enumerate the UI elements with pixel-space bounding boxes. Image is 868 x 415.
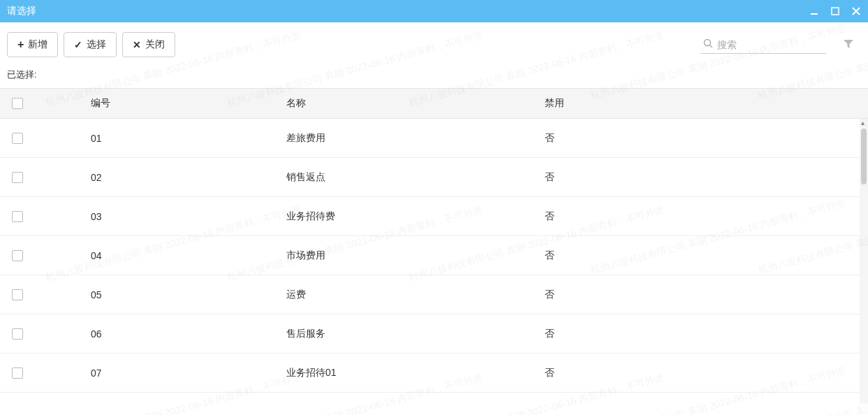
svg-point-4 <box>705 40 711 46</box>
row-checkbox-cell <box>0 250 35 261</box>
row-checkbox[interactable] <box>12 367 23 379</box>
row-name: 差旅费用 <box>286 132 545 145</box>
row-disabled: 否 <box>545 210 868 223</box>
row-code: 01 <box>35 133 286 144</box>
close-button-label: 关闭 <box>145 38 165 51</box>
row-name: 售后服务 <box>286 328 545 340</box>
row-name: 销售返点 <box>286 171 545 184</box>
check-icon <box>74 39 82 50</box>
row-code: 07 <box>35 367 286 379</box>
row-disabled: 否 <box>545 132 868 145</box>
scroll-up-icon[interactable]: ▴ <box>861 119 865 126</box>
table-row[interactable]: 06 售后服务 否 <box>0 314 868 354</box>
add-button-label: 新增 <box>28 38 47 51</box>
plus-icon <box>17 38 24 51</box>
scrollbar[interactable]: ▴ <box>860 119 868 404</box>
row-disabled: 否 <box>545 367 868 379</box>
table-row[interactable]: 02 销售返点 否 <box>0 158 868 197</box>
row-checkbox-cell <box>0 367 35 379</box>
close-icon <box>133 39 141 50</box>
row-code: 02 <box>35 172 286 183</box>
scrollbar-thumb[interactable] <box>861 129 867 184</box>
row-checkbox[interactable] <box>12 328 23 340</box>
row-checkbox[interactable] <box>12 133 23 144</box>
row-checkbox-cell <box>0 328 35 340</box>
table: 编号 名称 禁用 01 差旅费用 否 02 销售返点 否 03 业务招待费 否 … <box>0 88 868 404</box>
row-code: 03 <box>35 211 286 222</box>
select-button-label: 选择 <box>87 38 106 51</box>
svg-rect-1 <box>832 8 839 15</box>
maximize-icon[interactable] <box>830 6 840 16</box>
search-box[interactable] <box>700 36 826 54</box>
header-code: 编号 <box>35 97 286 110</box>
row-checkbox[interactable] <box>12 172 23 183</box>
row-code: 06 <box>35 328 286 340</box>
close-window-icon[interactable] <box>851 6 861 16</box>
header-checkbox-cell <box>0 98 35 109</box>
row-disabled: 否 <box>545 289 868 301</box>
selected-label: 已选择: <box>0 63 868 88</box>
row-disabled: 否 <box>545 171 868 184</box>
row-checkbox-cell <box>0 289 35 300</box>
row-checkbox[interactable] <box>12 250 23 261</box>
select-all-checkbox[interactable] <box>12 98 23 109</box>
header-name: 名称 <box>286 97 545 110</box>
toolbar: 新增 选择 关闭 <box>0 22 868 63</box>
minimize-icon[interactable] <box>809 6 819 16</box>
row-name: 业务招待费 <box>286 210 545 223</box>
search-input[interactable] <box>717 39 823 50</box>
row-checkbox-cell <box>0 211 35 222</box>
svg-line-5 <box>710 45 713 48</box>
add-button[interactable]: 新增 <box>7 32 58 57</box>
select-button[interactable]: 选择 <box>64 32 117 57</box>
table-row[interactable]: 01 差旅费用 否 <box>0 119 868 158</box>
search-icon <box>703 38 713 50</box>
table-row[interactable]: 07 业务招待01 否 <box>0 354 868 393</box>
window-title: 请选择 <box>7 5 36 17</box>
table-row[interactable]: 05 运费 否 <box>0 275 868 314</box>
title-bar: 请选择 <box>0 0 868 22</box>
row-name: 运费 <box>286 289 545 301</box>
filter-icon[interactable] <box>843 38 854 52</box>
row-code: 05 <box>35 289 286 300</box>
row-name: 业务招待01 <box>286 367 545 379</box>
row-disabled: 否 <box>545 249 868 262</box>
header-disabled: 禁用 <box>545 97 868 110</box>
close-button[interactable]: 关闭 <box>122 32 175 57</box>
table-body: 01 差旅费用 否 02 销售返点 否 03 业务招待费 否 04 市场费用 否… <box>0 119 868 404</box>
row-checkbox-cell <box>0 133 35 144</box>
table-header: 编号 名称 禁用 <box>0 88 868 119</box>
row-checkbox[interactable] <box>12 211 23 222</box>
row-code: 04 <box>35 250 286 261</box>
table-row[interactable]: 04 市场费用 否 <box>0 236 868 275</box>
table-row[interactable]: 03 业务招待费 否 <box>0 197 868 236</box>
row-name: 市场费用 <box>286 249 545 262</box>
row-checkbox[interactable] <box>12 289 23 300</box>
row-checkbox-cell <box>0 172 35 183</box>
row-disabled: 否 <box>545 328 868 340</box>
window-controls <box>809 6 861 16</box>
